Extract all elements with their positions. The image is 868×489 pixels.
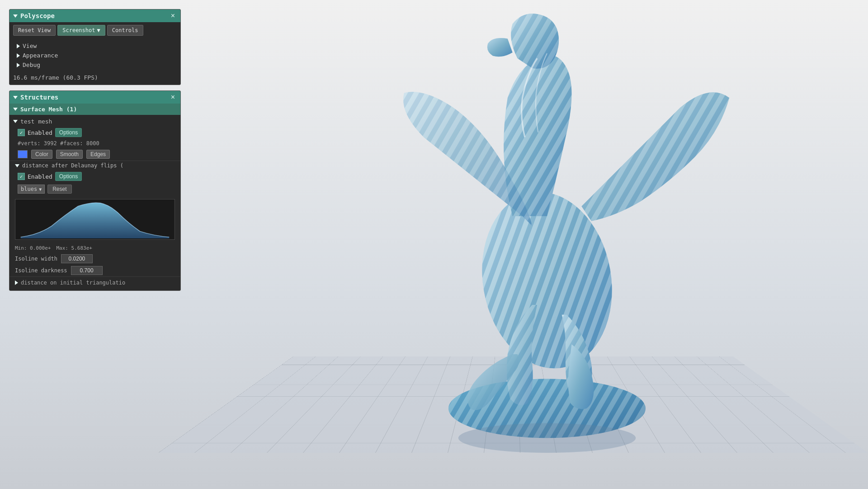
surface-mesh-collapse-icon[interactable] <box>13 108 18 111</box>
structures-title: Structures <box>20 94 58 101</box>
distance-after-collapse-icon[interactable] <box>15 164 19 167</box>
test-mesh-collapse-icon[interactable] <box>13 120 18 123</box>
polyscope-panel-header: Polyscope × <box>9 9 180 22</box>
isoline-darkness-row: Isoline darkness <box>9 265 180 276</box>
ui-panels: Polyscope × Reset View Screenshot ▼ Cont… <box>9 9 181 291</box>
screenshot-dropdown-arrow[interactable]: ▼ <box>97 27 100 33</box>
test-mesh-enabled-row: ✓ Enabled Options <box>9 126 180 139</box>
distance-initial-expand-icon[interactable] <box>15 280 18 285</box>
min-label: Min: 0.000e+ <box>15 245 51 251</box>
surface-mesh-header: Surface Mesh (1) <box>9 104 180 115</box>
collapse-icon[interactable] <box>13 14 18 18</box>
debug-label: Debug <box>23 62 40 68</box>
distance-after-header: distance after Delaunay flips ( <box>9 161 180 170</box>
colormap-dropdown-arrow: ▼ <box>39 187 42 192</box>
colormap-value: blues <box>21 186 37 192</box>
menu-item-appearance[interactable]: Appearance <box>13 51 177 60</box>
reset-view-button[interactable]: Reset View <box>13 25 56 36</box>
view-expand-icon <box>17 44 20 48</box>
smooth-button[interactable]: Smooth <box>56 150 83 159</box>
debug-expand-icon <box>17 63 20 67</box>
colormap-dropdown[interactable]: blues ▼ <box>18 185 45 194</box>
distance-after-enabled-row: ✓ Enabled Options <box>9 170 180 183</box>
appearance-label: Appearance <box>23 52 58 59</box>
distance-after-enabled-label: Enabled <box>28 173 52 180</box>
test-mesh-header: test mesh <box>9 117 180 126</box>
structures-close-button[interactable]: × <box>169 93 177 101</box>
range-row: Min: 0.000e+ Max: 5.683e+ <box>9 243 180 253</box>
svg-point-6 <box>458 423 636 453</box>
histogram <box>15 199 175 240</box>
surface-mesh-label: Surface Mesh (1) <box>20 106 77 113</box>
test-mesh-enabled-checkbox[interactable]: ✓ <box>18 129 25 136</box>
fps-display: 16.6 ms/frame (60.3 FPS) <box>9 72 180 85</box>
test-mesh-section: test mesh ✓ Enabled Options #verts: 3992… <box>9 115 180 290</box>
isoline-width-label: Isoline width <box>15 256 57 262</box>
color-button[interactable]: Color <box>31 150 52 159</box>
test-mesh-options-button[interactable]: Options <box>55 128 82 137</box>
isoline-darkness-label: Isoline darkness <box>15 267 67 274</box>
test-mesh-color-swatch[interactable] <box>18 150 28 158</box>
menu-item-view[interactable]: View <box>13 41 177 51</box>
screenshot-label: Screenshot <box>62 27 95 33</box>
polyscope-title: Polyscope <box>20 12 55 19</box>
view-label: View <box>23 43 37 49</box>
distance-after-enabled-checkbox[interactable]: ✓ <box>18 173 25 180</box>
colormap-row: blues ▼ Reset <box>9 183 180 195</box>
distance-after-options-button[interactable]: Options <box>55 172 82 181</box>
colormap-reset-button[interactable]: Reset <box>47 185 71 194</box>
controls-button[interactable]: Controls <box>107 25 143 36</box>
structures-panel: Structures × Surface Mesh (1) test mesh … <box>9 90 181 291</box>
isoline-width-input[interactable] <box>61 254 93 263</box>
isoline-width-row: Isoline width <box>9 253 180 265</box>
test-mesh-props-row: Color Smooth Edges <box>9 148 180 161</box>
distance-initial-item: distance on initial triangulatio <box>9 276 180 289</box>
isoline-darkness-input[interactable] <box>71 266 103 275</box>
structures-collapse-icon[interactable] <box>13 96 18 99</box>
edges-button[interactable]: Edges <box>86 150 110 159</box>
max-label: Max: 5.683e+ <box>56 245 92 251</box>
distance-after-label: distance after Delaunay flips ( <box>22 162 123 169</box>
test-mesh-info: #verts: 3992 #faces: 8000 <box>9 139 180 148</box>
structures-panel-header: Structures × <box>9 91 180 104</box>
test-mesh-enabled-label: Enabled <box>28 129 52 136</box>
polyscope-toolbar: Reset View Screenshot ▼ Controls <box>9 22 180 38</box>
distance-initial-label: distance on initial triangulatio <box>21 280 125 286</box>
pegasus-model <box>271 9 823 453</box>
screenshot-button[interactable]: Screenshot ▼ <box>57 25 105 36</box>
polyscope-header-left: Polyscope <box>13 12 55 19</box>
polyscope-close-button[interactable]: × <box>169 12 177 20</box>
test-mesh-label: test mesh <box>20 118 52 125</box>
polyscope-panel: Polyscope × Reset View Screenshot ▼ Cont… <box>9 9 181 85</box>
menu-item-debug[interactable]: Debug <box>13 60 177 70</box>
appearance-expand-icon <box>17 53 20 58</box>
polyscope-menu: View Appearance Debug <box>9 38 180 72</box>
structures-header-left: Structures <box>13 94 58 101</box>
